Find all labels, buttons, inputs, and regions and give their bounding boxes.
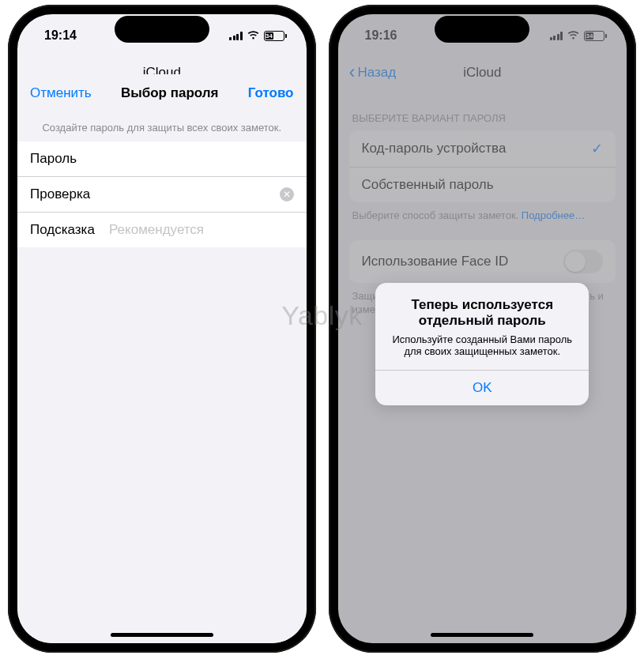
cancel-button[interactable]: Отменить bbox=[30, 85, 92, 101]
status-time: 19:14 bbox=[44, 28, 77, 43]
wifi-icon bbox=[247, 30, 260, 42]
hint-row[interactable]: Подсказка Рекомендуется bbox=[17, 213, 307, 247]
phone-left: 19:14 34 iCloud Отменить Выбор пароля bbox=[8, 5, 316, 653]
phone-right: 19:16 34 ‹ Назад iCloud bbox=[329, 5, 637, 653]
hint-field[interactable]: Рекомендуется bbox=[109, 222, 294, 238]
clear-icon[interactable]: ✕ bbox=[280, 187, 294, 201]
battery-icon: 34 bbox=[264, 31, 284, 41]
dynamic-island bbox=[435, 16, 529, 43]
modal-sheet: Отменить Выбор пароля Готово Создайте па… bbox=[17, 74, 307, 643]
alert-dialog: Теперь используется отдельный пароль Исп… bbox=[375, 283, 589, 405]
sheet-title: Выбор пароля bbox=[121, 85, 219, 101]
verify-label: Проверка bbox=[30, 186, 109, 202]
home-indicator[interactable] bbox=[111, 633, 213, 637]
hint-label: Подсказка bbox=[30, 222, 109, 238]
done-button[interactable]: Готово bbox=[248, 85, 294, 101]
password-label: Пароль bbox=[30, 151, 109, 167]
alert-ok-button[interactable]: OK bbox=[375, 371, 589, 405]
alert-message: Используйте созданный Вами пароль для св… bbox=[375, 330, 589, 370]
dynamic-island bbox=[115, 16, 209, 43]
password-row[interactable]: Пароль bbox=[17, 141, 307, 177]
home-indicator[interactable] bbox=[431, 633, 533, 637]
alert-title: Теперь используется отдельный пароль bbox=[375, 283, 589, 330]
cellular-icon bbox=[229, 31, 243, 40]
sheet-hint: Создайте пароль для защиты всех своих за… bbox=[17, 112, 307, 141]
verify-row[interactable]: Проверка ✕ bbox=[17, 177, 307, 213]
